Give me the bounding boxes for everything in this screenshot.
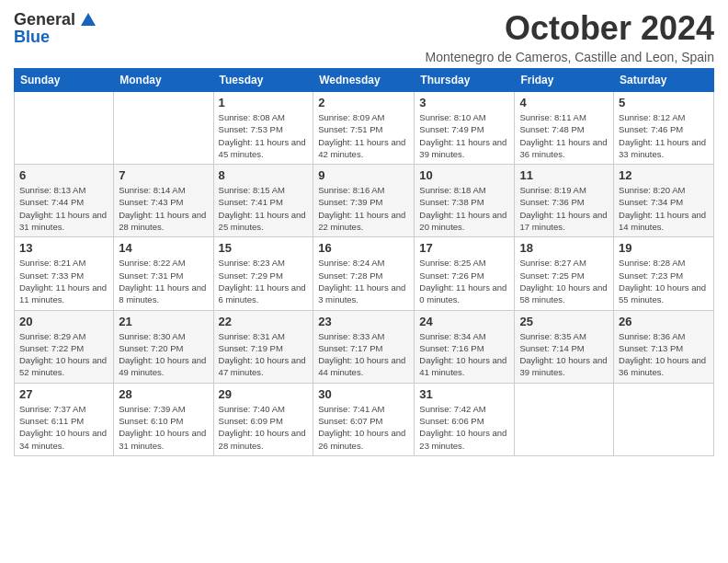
day-info: Sunrise: 8:12 AMSunset: 7:46 PMDaylight:… (619, 111, 709, 160)
calendar-cell: 18Sunrise: 8:27 AMSunset: 7:25 PMDayligh… (515, 237, 614, 310)
calendar-cell: 16Sunrise: 8:24 AMSunset: 7:28 PMDayligh… (313, 237, 415, 310)
calendar-table: SundayMondayTuesdayWednesdayThursdayFrid… (14, 68, 714, 456)
day-number: 29 (219, 387, 309, 401)
day-info: Sunrise: 8:29 AMSunset: 7:22 PMDaylight:… (19, 330, 108, 379)
logo-icon (77, 9, 97, 29)
calendar-cell: 22Sunrise: 8:31 AMSunset: 7:19 PMDayligh… (213, 310, 313, 383)
weekday-header-saturday: Saturday (614, 69, 714, 92)
logo-blue: Blue (14, 28, 97, 47)
day-number: 2 (318, 96, 409, 109)
day-number: 28 (119, 387, 208, 401)
day-number: 23 (318, 315, 409, 328)
day-number: 26 (619, 315, 709, 328)
calendar-cell: 17Sunrise: 8:25 AMSunset: 7:26 PMDayligh… (415, 237, 515, 310)
day-info: Sunrise: 8:35 AMSunset: 7:14 PMDaylight:… (519, 330, 609, 379)
calendar-cell (15, 92, 114, 165)
day-info: Sunrise: 8:09 AMSunset: 7:51 PMDaylight:… (318, 111, 409, 160)
calendar-cell: 10Sunrise: 8:18 AMSunset: 7:38 PMDayligh… (415, 165, 515, 237)
day-number: 25 (519, 315, 609, 328)
day-number: 27 (19, 387, 108, 401)
logo: General Blue (14, 9, 97, 47)
calendar-cell: 31Sunrise: 7:42 AMSunset: 6:06 PMDayligh… (415, 383, 515, 455)
calendar-cell: 11Sunrise: 8:19 AMSunset: 7:36 PMDayligh… (515, 165, 614, 237)
day-number: 8 (219, 168, 309, 182)
calendar-cell: 30Sunrise: 7:41 AMSunset: 6:07 PMDayligh… (313, 383, 415, 455)
calendar-cell (515, 383, 614, 455)
day-number: 4 (519, 96, 609, 109)
calendar-cell: 26Sunrise: 8:36 AMSunset: 7:13 PMDayligh… (614, 310, 714, 383)
calendar-cell (614, 383, 714, 455)
day-info: Sunrise: 8:22 AMSunset: 7:31 PMDaylight:… (119, 257, 208, 305)
calendar-cell: 23Sunrise: 8:33 AMSunset: 7:17 PMDayligh… (313, 310, 415, 383)
day-info: Sunrise: 8:25 AMSunset: 7:26 PMDaylight:… (419, 257, 509, 305)
calendar-page: General Blue October 2024 Montenegro de … (0, 0, 728, 563)
calendar-cell: 21Sunrise: 8:30 AMSunset: 7:20 PMDayligh… (114, 310, 213, 383)
day-number: 31 (419, 387, 509, 401)
calendar-cell: 1Sunrise: 8:08 AMSunset: 7:53 PMDaylight… (213, 92, 313, 165)
day-info: Sunrise: 8:30 AMSunset: 7:20 PMDaylight:… (119, 330, 208, 379)
day-number: 18 (519, 241, 609, 255)
day-info: Sunrise: 8:10 AMSunset: 7:49 PMDaylight:… (419, 111, 509, 160)
weekday-header-wednesday: Wednesday (313, 69, 415, 92)
day-info: Sunrise: 7:37 AMSunset: 6:11 PMDaylight:… (19, 403, 108, 452)
day-info: Sunrise: 8:24 AMSunset: 7:28 PMDaylight:… (318, 257, 409, 305)
day-number: 24 (419, 315, 509, 328)
day-number: 20 (19, 315, 108, 328)
calendar-cell: 14Sunrise: 8:22 AMSunset: 7:31 PMDayligh… (114, 237, 213, 310)
location-title: Montenegro de Cameros, Castille and Leon… (426, 50, 714, 64)
calendar-cell: 24Sunrise: 8:34 AMSunset: 7:16 PMDayligh… (415, 310, 515, 383)
day-info: Sunrise: 8:08 AMSunset: 7:53 PMDaylight:… (219, 111, 309, 160)
day-number: 19 (619, 241, 709, 255)
weekday-header-monday: Monday (114, 69, 213, 92)
day-info: Sunrise: 8:23 AMSunset: 7:29 PMDaylight:… (219, 257, 309, 305)
day-number: 7 (119, 168, 208, 182)
day-info: Sunrise: 8:20 AMSunset: 7:34 PMDaylight:… (619, 184, 709, 233)
calendar-cell: 15Sunrise: 8:23 AMSunset: 7:29 PMDayligh… (213, 237, 313, 310)
day-info: Sunrise: 7:40 AMSunset: 6:09 PMDaylight:… (219, 403, 309, 452)
calendar-cell: 8Sunrise: 8:15 AMSunset: 7:41 PMDaylight… (213, 165, 313, 237)
day-info: Sunrise: 8:14 AMSunset: 7:43 PMDaylight:… (119, 184, 208, 233)
calendar-cell: 28Sunrise: 7:39 AMSunset: 6:10 PMDayligh… (114, 383, 213, 455)
day-info: Sunrise: 8:31 AMSunset: 7:19 PMDaylight:… (219, 330, 309, 379)
day-number: 13 (19, 241, 108, 255)
week-row-2: 6Sunrise: 8:13 AMSunset: 7:44 PMDaylight… (15, 165, 714, 237)
day-number: 10 (419, 168, 509, 182)
day-number: 16 (318, 241, 409, 255)
day-info: Sunrise: 8:11 AMSunset: 7:48 PMDaylight:… (519, 111, 609, 160)
day-number: 1 (219, 96, 309, 109)
weekday-header-sunday: Sunday (15, 69, 114, 92)
calendar-cell: 27Sunrise: 7:37 AMSunset: 6:11 PMDayligh… (15, 383, 114, 455)
logo-general: General (14, 10, 75, 29)
day-number: 21 (119, 315, 208, 328)
calendar-cell: 19Sunrise: 8:28 AMSunset: 7:23 PMDayligh… (614, 237, 714, 310)
calendar-cell: 13Sunrise: 8:21 AMSunset: 7:33 PMDayligh… (15, 237, 114, 310)
week-row-1: 1Sunrise: 8:08 AMSunset: 7:53 PMDaylight… (15, 92, 714, 165)
day-number: 22 (219, 315, 309, 328)
calendar-cell: 2Sunrise: 8:09 AMSunset: 7:51 PMDaylight… (313, 92, 415, 165)
calendar-cell: 6Sunrise: 8:13 AMSunset: 7:44 PMDaylight… (15, 165, 114, 237)
day-number: 17 (419, 241, 509, 255)
day-info: Sunrise: 8:33 AMSunset: 7:17 PMDaylight:… (318, 330, 409, 379)
calendar-cell: 12Sunrise: 8:20 AMSunset: 7:34 PMDayligh… (614, 165, 714, 237)
week-row-5: 27Sunrise: 7:37 AMSunset: 6:11 PMDayligh… (15, 383, 714, 455)
day-info: Sunrise: 7:42 AMSunset: 6:06 PMDaylight:… (419, 403, 509, 452)
day-number: 3 (419, 96, 509, 109)
day-info: Sunrise: 8:36 AMSunset: 7:13 PMDaylight:… (619, 330, 709, 379)
weekday-header-tuesday: Tuesday (213, 69, 313, 92)
month-title: October 2024 (426, 9, 714, 48)
day-number: 5 (619, 96, 709, 109)
weekday-header-row: SundayMondayTuesdayWednesdayThursdayFrid… (15, 69, 714, 92)
day-info: Sunrise: 8:15 AMSunset: 7:41 PMDaylight:… (219, 184, 309, 233)
calendar-cell: 20Sunrise: 8:29 AMSunset: 7:22 PMDayligh… (15, 310, 114, 383)
week-row-3: 13Sunrise: 8:21 AMSunset: 7:33 PMDayligh… (15, 237, 714, 310)
title-block: October 2024 Montenegro de Cameros, Cast… (426, 9, 714, 64)
weekday-header-thursday: Thursday (415, 69, 515, 92)
day-number: 12 (619, 168, 709, 182)
day-number: 9 (318, 168, 409, 182)
weekday-header-friday: Friday (515, 69, 614, 92)
day-number: 30 (318, 387, 409, 401)
day-info: Sunrise: 7:41 AMSunset: 6:07 PMDaylight:… (318, 403, 409, 452)
day-info: Sunrise: 8:18 AMSunset: 7:38 PMDaylight:… (419, 184, 509, 233)
calendar-cell: 4Sunrise: 8:11 AMSunset: 7:48 PMDaylight… (515, 92, 614, 165)
day-number: 11 (519, 168, 609, 182)
